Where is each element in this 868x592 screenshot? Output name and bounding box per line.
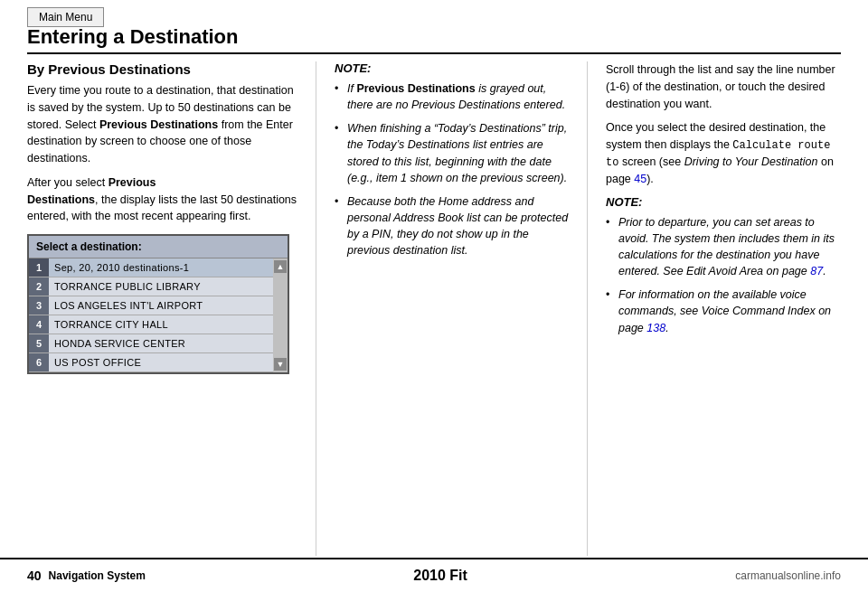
row-text: HONDA SERVICE CENTER — [49, 334, 273, 352]
row-number: 1 — [29, 258, 49, 277]
list-item[interactable]: 2 TORRANCE PUBLIC LIBRARY — [29, 277, 273, 296]
page-87-link[interactable]: 87 — [810, 265, 823, 277]
footer-center: 2010 Fit — [413, 568, 467, 584]
destination-list: 1 Sep, 20, 2010 destinations-1 2 TORRANC… — [29, 258, 273, 372]
right-para1-text: Scroll through the list and say the line… — [606, 63, 835, 110]
scroll-down-button[interactable]: ▼ — [274, 358, 287, 371]
list-item[interactable]: 3 LOS ANGELES INT'L AIRPORT — [29, 296, 273, 315]
page-number: 40 — [27, 569, 42, 583]
right-bullet-2: For information on the available voice c… — [606, 287, 841, 335]
footer-model: 2010 Fit — [413, 568, 467, 583]
page-title: Entering a Destination — [27, 25, 238, 49]
driving-italic: Driving to Your Destination — [684, 155, 818, 168]
middle-bullet-list: If Previous Destinations is grayed out, … — [335, 80, 569, 258]
main-menu-tab[interactable]: Main Menu — [27, 7, 104, 27]
right-bullet-1: Prior to departure, you can set areas to… — [606, 214, 841, 280]
nav-screen: Select a destination: 1 Sep, 20, 2010 de… — [27, 234, 289, 374]
middle-bullet-3: Because both the Home address and person… — [335, 193, 569, 259]
main-menu-tab-label: Main Menu — [39, 11, 92, 23]
middle-bullet-2: When finishing a “Today’s Destinations” … — [335, 120, 569, 186]
row-text: LOS ANGELES INT'L AIRPORT — [49, 296, 273, 315]
nav-screen-header-text: Select a destination: — [36, 240, 142, 253]
title-divider — [27, 52, 841, 54]
middle-note-heading: NOTE: — [335, 61, 569, 75]
row-text: TORRANCE PUBLIC LIBRARY — [49, 277, 273, 296]
right-note-heading: NOTE: — [606, 195, 841, 209]
list-item[interactable]: 4 TORRANCE CITY HALL — [29, 315, 273, 334]
middle-bullet-1: If Previous Destinations is grayed out, … — [335, 80, 569, 113]
para2-prefix: After you select — [27, 176, 108, 189]
right-bullet-list: Prior to departure, you can set areas to… — [606, 214, 841, 336]
footer: 40 Navigation System 2010 Fit carmanuals… — [0, 558, 868, 592]
footer-left: 40 Navigation System — [27, 569, 146, 583]
row-number: 2 — [29, 277, 49, 296]
row-number: 4 — [29, 315, 49, 334]
page-138-link[interactable]: 138 — [646, 322, 665, 334]
bullet1-bold: Previous Destinations — [356, 82, 475, 95]
left-column: By Previous Destinations Every time you … — [27, 61, 316, 556]
nav-system-label: Navigation System — [49, 569, 146, 582]
right-para2: Once you select the desired destination,… — [606, 119, 841, 188]
left-intro-para: Every time you route to a destination, t… — [27, 82, 297, 167]
row-text: US POST OFFICE — [49, 353, 273, 371]
bold-previous-destinations-1: Previous Destinations — [99, 118, 218, 131]
row-number: 6 — [29, 353, 49, 371]
nav-screen-list-container: 1 Sep, 20, 2010 destinations-1 2 TORRANC… — [29, 258, 288, 372]
footer-right: carmanualsonline.info — [735, 569, 841, 582]
right-bullet2-text: For information on the available voice c… — [618, 288, 831, 334]
row-number: 3 — [29, 296, 49, 315]
scroll-up-button[interactable]: ▲ — [274, 260, 287, 273]
page-45-link[interactable]: 45 — [634, 173, 646, 185]
right-column: Scroll through the list and say the line… — [588, 61, 841, 556]
row-text: Sep, 20, 2010 destinations-1 — [49, 258, 273, 277]
footer-website: carmanualsonline.info — [735, 569, 841, 582]
bullet1-italic-prefix: If — [347, 82, 356, 95]
right-para1: Scroll through the list and say the line… — [606, 61, 841, 112]
left-section-heading: By Previous Destinations — [27, 61, 297, 77]
main-content: By Previous Destinations Every time you … — [27, 61, 841, 556]
right-para2-prefix: Once you select the desired destination,… — [606, 121, 834, 185]
nav-screen-header: Select a destination: — [29, 236, 288, 258]
list-item[interactable]: 5 HONDA SERVICE CENTER — [29, 334, 273, 353]
right-bullet1-text: Prior to departure, you can set areas to… — [618, 216, 835, 277]
left-para2: After you select PreviousDestinations, t… — [27, 174, 297, 225]
list-item[interactable]: 1 Sep, 20, 2010 destinations-1 — [29, 258, 273, 277]
row-text: TORRANCE CITY HALL — [49, 315, 273, 334]
middle-column: NOTE: If Previous Destinations is grayed… — [316, 61, 588, 556]
list-item[interactable]: 6 US POST OFFICE — [29, 353, 273, 372]
row-number: 5 — [29, 334, 49, 352]
scrollbar[interactable]: ▲ ▼ — [273, 258, 288, 372]
